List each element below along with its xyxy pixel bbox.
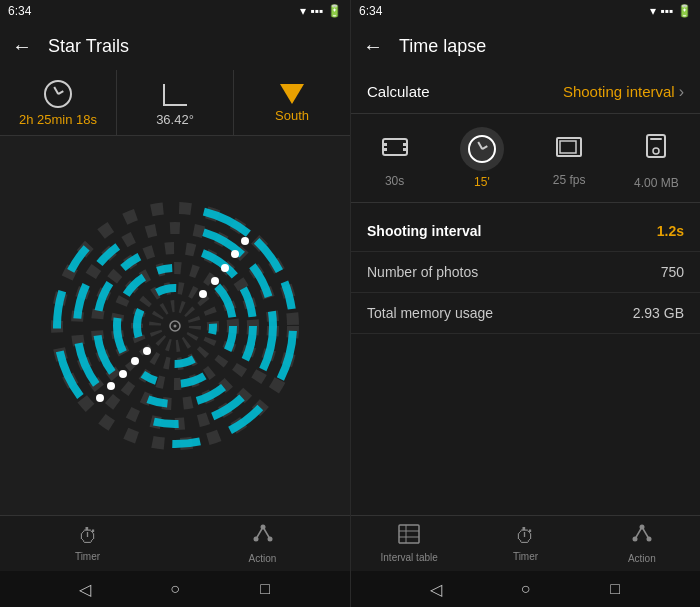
right-top-bar: ← Time lapse [351, 22, 700, 70]
film-icon-wrap [374, 128, 416, 170]
timer-nav-icon: ⏱ [78, 525, 98, 548]
table-row-photos: Number of photos 750 [351, 252, 700, 293]
svg-rect-40 [403, 143, 407, 146]
shooting-interval-value: Shooting interval [563, 83, 675, 100]
fps-icon-wrap [548, 129, 590, 169]
film-icon [382, 136, 408, 158]
left-back-button[interactable]: ← [12, 35, 32, 58]
svg-rect-37 [383, 139, 407, 155]
battery-icon: 🔋 [327, 4, 342, 18]
memory-label: Total memory usage [367, 305, 493, 321]
recents-system-button[interactable]: □ [255, 579, 275, 599]
r-back-system-button[interactable]: ◁ [426, 579, 446, 599]
r-recents-system-button[interactable]: □ [605, 579, 625, 599]
num-photos-value: 750 [661, 264, 684, 280]
left-title: Star Trails [48, 36, 129, 57]
r-home-system-button[interactable]: ○ [515, 579, 535, 599]
right-status-time: 6:34 [359, 4, 382, 18]
angle-icon [161, 80, 189, 108]
direction-cell[interactable]: South [234, 70, 350, 135]
r-wifi-icon: ▾ [650, 4, 656, 18]
svg-point-31 [174, 324, 177, 327]
left-nav-timer[interactable]: ⏱ Timer [0, 525, 175, 562]
clock-icon [44, 80, 72, 108]
mode-fps[interactable]: 25 fps [526, 122, 613, 194]
right-system-bar: ◁ ○ □ [351, 571, 700, 607]
shooting-interval-row-value: 1.2s [657, 223, 684, 239]
interval-table-nav-label: Interval table [381, 552, 438, 563]
action-nav-label: Action [249, 553, 277, 564]
svg-line-35 [256, 527, 263, 539]
storage-icon-wrap [637, 126, 675, 172]
right-status-bar: 6:34 ▾ ▪▪▪ 🔋 [351, 0, 700, 22]
right-bottom-nav: Interval table ⏱ Timer Action [351, 515, 700, 571]
mode-film-label: 30s [385, 174, 404, 188]
left-top-bar: ← Star Trails [0, 22, 350, 70]
storage-icon [645, 134, 667, 160]
left-system-bar: ◁ ○ □ [0, 571, 350, 607]
svg-rect-39 [383, 148, 387, 151]
info-row: 2h 25min 18s 36.42° South [0, 70, 350, 136]
back-system-button[interactable]: ◁ [75, 579, 95, 599]
svg-rect-41 [403, 148, 407, 151]
mode-timer[interactable]: 15' [438, 122, 525, 194]
svg-rect-38 [383, 143, 387, 146]
mode-timer-icon-wrap [460, 127, 504, 171]
wifi-icon: ▾ [300, 4, 306, 18]
svg-point-26 [231, 250, 239, 258]
mode-fps-label: 25 fps [553, 173, 586, 187]
right-action-nav-label: Action [628, 553, 656, 564]
svg-point-29 [96, 394, 104, 402]
timer-nav-label: Timer [75, 551, 100, 562]
svg-rect-47 [399, 525, 419, 543]
right-nav-interval-table[interactable]: Interval table [351, 524, 467, 563]
left-bottom-nav: ⏱ Timer Action [0, 515, 350, 571]
mode-storage[interactable]: 4.00 MB [613, 122, 700, 194]
svg-point-27 [107, 382, 115, 390]
calculate-row[interactable]: Calculate Shooting interval › [351, 70, 700, 114]
svg-point-21 [143, 347, 151, 355]
direction-value: South [275, 108, 309, 123]
right-nav-timer[interactable]: ⏱ Timer [467, 525, 583, 562]
interval-table-nav-icon [398, 524, 420, 549]
left-status-icons: ▾ ▪▪▪ 🔋 [300, 4, 342, 18]
right-action-nav-icon [631, 523, 653, 550]
timer-cell[interactable]: 2h 25min 18s [0, 70, 117, 135]
home-system-button[interactable]: ○ [165, 579, 185, 599]
right-back-button[interactable]: ← [363, 35, 383, 58]
signal-icon: ▪▪▪ [310, 4, 323, 18]
timer-value: 2h 25min 18s [19, 112, 97, 127]
shooting-interval-row-label: Shooting interval [367, 223, 481, 239]
mode-storage-label: 4.00 MB [634, 176, 679, 190]
svg-line-55 [642, 527, 649, 539]
angle-value: 36.42° [156, 112, 194, 127]
left-status-time: 6:34 [8, 4, 31, 18]
mode-film[interactable]: 30s [351, 122, 438, 194]
svg-point-20 [199, 290, 207, 298]
chevron-right-icon: › [679, 83, 684, 101]
r-battery-icon: 🔋 [677, 4, 692, 18]
right-panel: 6:34 ▾ ▪▪▪ 🔋 ← Time lapse Calculate Shoo… [350, 0, 700, 607]
star-trails-svg [35, 186, 315, 466]
table-row-shooting-interval: Shooting interval 1.2s [351, 211, 700, 252]
shooting-interval-selector[interactable]: Shooting interval › [563, 83, 684, 101]
svg-point-23 [131, 357, 139, 365]
svg-line-36 [263, 527, 270, 539]
left-nav-action[interactable]: Action [175, 523, 350, 564]
fps-icon [556, 137, 582, 157]
right-nav-action[interactable]: Action [584, 523, 700, 564]
mode-clock-icon [468, 135, 496, 163]
angle-cell[interactable]: 36.42° [117, 70, 234, 135]
num-photos-label: Number of photos [367, 264, 478, 280]
svg-line-54 [635, 527, 642, 539]
star-trails-canvas [0, 136, 350, 515]
right-title: Time lapse [399, 36, 486, 57]
svg-rect-45 [650, 138, 662, 140]
left-panel: 6:34 ▾ ▪▪▪ 🔋 ← Star Trails 2h 25min 18s … [0, 0, 350, 607]
right-timer-nav-label: Timer [513, 551, 538, 562]
mode-timer-label: 15' [474, 175, 490, 189]
table-row-memory: Total memory usage 2.93 GB [351, 293, 700, 334]
right-status-icons: ▾ ▪▪▪ 🔋 [650, 4, 692, 18]
svg-point-28 [241, 237, 249, 245]
svg-point-24 [221, 264, 229, 272]
